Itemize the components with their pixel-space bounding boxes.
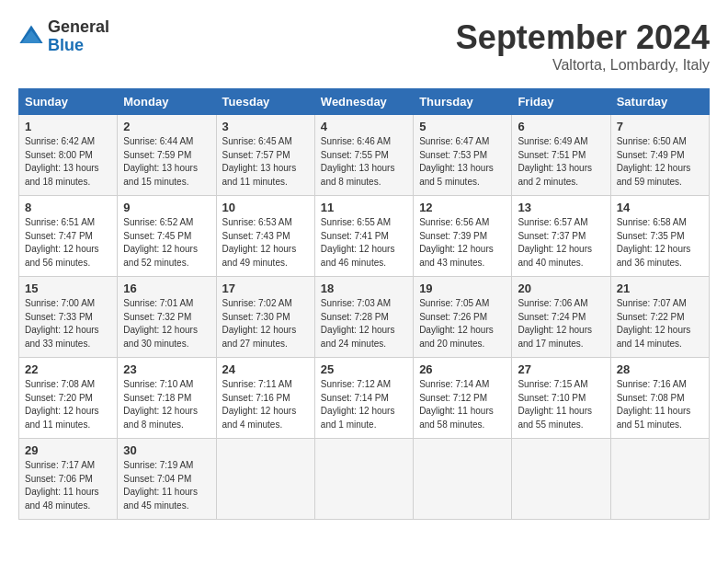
header-row: SundayMondayTuesdayWednesdayThursdayFrid… [19,89,710,115]
day-number: 18 [321,282,407,295]
month-title: September 2024 [456,18,710,57]
day-number: 20 [518,282,604,295]
day-number: 13 [518,201,604,214]
calendar-cell [314,439,413,520]
calendar-cell: 11 Sunrise: 6:55 AMSunset: 7:41 PMDaylig… [314,196,413,277]
day-number: 27 [518,362,604,376]
calendar-cell [414,439,512,520]
day-info: Sunrise: 7:11 AMSunset: 7:16 PMDaylight:… [222,378,309,431]
location: Valtorta, Lombardy, Italy [456,57,710,74]
day-info: Sunrise: 7:06 AMSunset: 7:24 PMDaylight:… [518,297,604,350]
day-info: Sunrise: 7:08 AMSunset: 7:20 PMDaylight:… [25,378,111,431]
page-header: General Blue September 2024 Valtorta, Lo… [18,18,710,74]
day-number: 3 [222,120,309,133]
calendar-cell: 8 Sunrise: 6:51 AMSunset: 7:47 PMDayligh… [19,196,118,277]
day-info: Sunrise: 7:07 AMSunset: 7:22 PMDaylight:… [617,297,703,350]
calendar-table: SundayMondayTuesdayWednesdayThursdayFrid… [18,88,710,520]
calendar-cell: 14 Sunrise: 6:58 AMSunset: 7:35 PMDaylig… [610,196,709,277]
day-number: 30 [123,443,210,457]
day-info: Sunrise: 6:56 AMSunset: 7:39 PMDaylight:… [419,216,506,270]
calendar-cell: 1 Sunrise: 6:42 AMSunset: 8:00 PMDayligh… [19,115,118,196]
day-info: Sunrise: 7:05 AMSunset: 7:26 PMDaylight:… [419,297,506,350]
calendar-header: SundayMondayTuesdayWednesdayThursdayFrid… [19,89,710,115]
day-info: Sunrise: 6:49 AMSunset: 7:51 PMDaylight:… [518,135,604,189]
header-tuesday: Tuesday [216,89,314,115]
day-info: Sunrise: 6:57 AMSunset: 7:37 PMDaylight:… [518,216,604,270]
day-number: 22 [25,362,111,376]
day-number: 23 [123,362,210,376]
calendar-week-5: 29 Sunrise: 7:17 AMSunset: 7:06 PMDaylig… [19,439,710,520]
calendar-cell: 23 Sunrise: 7:10 AMSunset: 7:18 PMDaylig… [118,358,216,439]
logo-text: General Blue [48,18,109,55]
day-info: Sunrise: 6:55 AMSunset: 7:41 PMDaylight:… [321,216,407,270]
title-block: September 2024 Valtorta, Lombardy, Italy [456,18,710,74]
calendar-cell [216,439,314,520]
calendar-cell: 19 Sunrise: 7:05 AMSunset: 7:26 PMDaylig… [414,277,512,358]
day-info: Sunrise: 7:15 AMSunset: 7:10 PMDaylight:… [518,378,604,431]
day-number: 19 [419,282,506,295]
calendar-cell: 18 Sunrise: 7:03 AMSunset: 7:28 PMDaylig… [314,277,413,358]
day-info: Sunrise: 6:58 AMSunset: 7:35 PMDaylight:… [617,216,703,270]
day-info: Sunrise: 7:03 AMSunset: 7:28 PMDaylight:… [321,297,407,350]
day-info: Sunrise: 6:50 AMSunset: 7:49 PMDaylight:… [617,135,703,189]
header-monday: Monday [118,89,216,115]
day-info: Sunrise: 6:47 AMSunset: 7:53 PMDaylight:… [419,135,506,189]
calendar-cell: 13 Sunrise: 6:57 AMSunset: 7:37 PMDaylig… [512,196,610,277]
calendar-cell: 25 Sunrise: 7:12 AMSunset: 7:14 PMDaylig… [314,358,413,439]
day-number: 16 [123,282,210,295]
day-info: Sunrise: 6:46 AMSunset: 7:55 PMDaylight:… [321,135,407,189]
calendar-cell [610,439,709,520]
day-number: 1 [25,120,111,133]
calendar-cell: 12 Sunrise: 6:56 AMSunset: 7:39 PMDaylig… [414,196,512,277]
day-number: 5 [419,120,506,133]
logo-icon [18,24,44,50]
day-number: 11 [321,201,407,214]
header-thursday: Thursday [414,89,512,115]
day-info: Sunrise: 7:10 AMSunset: 7:18 PMDaylight:… [123,378,210,431]
day-number: 9 [123,201,210,214]
day-info: Sunrise: 7:17 AMSunset: 7:06 PMDaylight:… [25,459,111,512]
calendar-week-1: 1 Sunrise: 6:42 AMSunset: 8:00 PMDayligh… [19,115,710,196]
day-info: Sunrise: 7:16 AMSunset: 7:08 PMDaylight:… [617,378,703,431]
day-info: Sunrise: 6:44 AMSunset: 7:59 PMDaylight:… [123,135,210,189]
calendar-week-2: 8 Sunrise: 6:51 AMSunset: 7:47 PMDayligh… [19,196,710,277]
calendar-cell: 21 Sunrise: 7:07 AMSunset: 7:22 PMDaylig… [610,277,709,358]
logo-blue: Blue [48,37,109,55]
day-number: 8 [25,201,111,214]
calendar-cell: 22 Sunrise: 7:08 AMSunset: 7:20 PMDaylig… [19,358,118,439]
calendar-cell: 24 Sunrise: 7:11 AMSunset: 7:16 PMDaylig… [216,358,314,439]
day-info: Sunrise: 6:51 AMSunset: 7:47 PMDaylight:… [25,216,111,270]
day-number: 10 [222,201,309,214]
day-info: Sunrise: 7:02 AMSunset: 7:30 PMDaylight:… [222,297,309,350]
calendar-cell: 20 Sunrise: 7:06 AMSunset: 7:24 PMDaylig… [512,277,610,358]
header-friday: Friday [512,89,610,115]
header-sunday: Sunday [19,89,118,115]
day-number: 6 [518,120,604,133]
calendar-cell: 10 Sunrise: 6:53 AMSunset: 7:43 PMDaylig… [216,196,314,277]
day-info: Sunrise: 7:01 AMSunset: 7:32 PMDaylight:… [123,297,210,350]
calendar-cell: 6 Sunrise: 6:49 AMSunset: 7:51 PMDayligh… [512,115,610,196]
day-number: 14 [617,201,703,214]
calendar-cell: 7 Sunrise: 6:50 AMSunset: 7:49 PMDayligh… [610,115,709,196]
day-number: 25 [321,362,407,376]
calendar-body: 1 Sunrise: 6:42 AMSunset: 8:00 PMDayligh… [19,115,710,520]
day-number: 26 [419,362,506,376]
calendar-cell: 9 Sunrise: 6:52 AMSunset: 7:45 PMDayligh… [118,196,216,277]
day-info: Sunrise: 7:14 AMSunset: 7:12 PMDaylight:… [419,378,506,431]
calendar-cell [512,439,610,520]
calendar-cell: 3 Sunrise: 6:45 AMSunset: 7:57 PMDayligh… [216,115,314,196]
calendar-cell: 27 Sunrise: 7:15 AMSunset: 7:10 PMDaylig… [512,358,610,439]
logo-general: General [48,18,109,37]
day-number: 28 [617,362,703,376]
calendar-cell: 28 Sunrise: 7:16 AMSunset: 7:08 PMDaylig… [610,358,709,439]
day-info: Sunrise: 6:45 AMSunset: 7:57 PMDaylight:… [222,135,309,189]
day-number: 15 [25,282,111,295]
day-info: Sunrise: 7:00 AMSunset: 7:33 PMDaylight:… [25,297,111,350]
day-number: 12 [419,201,506,214]
day-number: 7 [617,120,703,133]
day-info: Sunrise: 6:52 AMSunset: 7:45 PMDaylight:… [123,216,210,270]
logo: General Blue [18,18,109,55]
header-wednesday: Wednesday [314,89,413,115]
calendar-week-3: 15 Sunrise: 7:00 AMSunset: 7:33 PMDaylig… [19,277,710,358]
day-info: Sunrise: 7:19 AMSunset: 7:04 PMDaylight:… [123,459,210,512]
